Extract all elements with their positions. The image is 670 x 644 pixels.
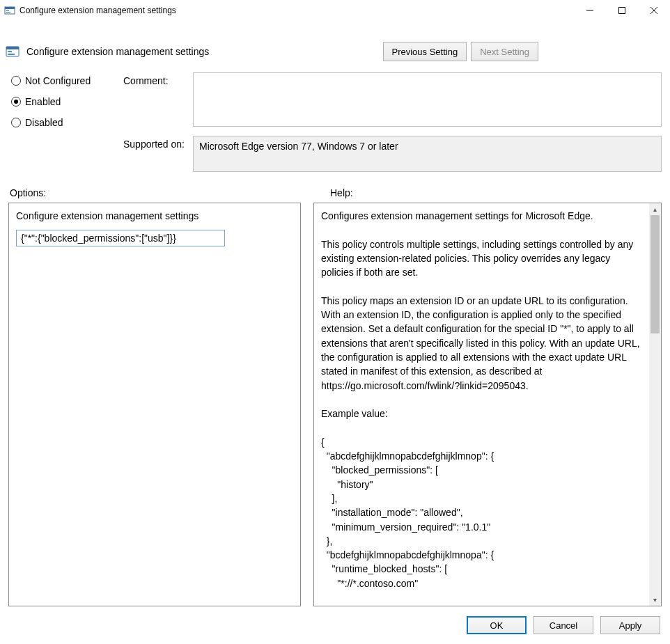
radio-icon xyxy=(11,118,21,127)
options-field-label: Configure extension management settings xyxy=(16,210,293,221)
help-panel: Configures extension management settings… xyxy=(313,203,662,606)
nav-buttons: Previous Setting Next Setting xyxy=(383,42,661,61)
dialog-footer: OK Cancel Apply xyxy=(0,606,670,644)
svg-rect-10 xyxy=(8,51,12,52)
comment-field-wrap xyxy=(193,72,662,129)
policy-icon xyxy=(6,45,20,58)
state-radio-group: Not Configured Enabled Disabled xyxy=(8,72,123,172)
supported-on-label: Supported on: xyxy=(123,129,193,172)
radio-label: Enabled xyxy=(25,96,61,107)
radio-icon xyxy=(11,76,21,86)
policy-editor-window: Configure extension management settings … xyxy=(0,0,670,644)
comment-textarea[interactable] xyxy=(193,72,662,127)
help-scrollbar[interactable]: ▴ ▾ xyxy=(649,203,661,606)
header: Configure extension management settings … xyxy=(0,21,670,68)
comment-label: Comment: xyxy=(123,72,193,129)
svg-rect-3 xyxy=(6,12,10,13)
svg-rect-11 xyxy=(8,54,15,55)
previous-setting-button[interactable]: Previous Setting xyxy=(383,42,467,61)
help-heading: Help: xyxy=(309,187,353,198)
radio-disabled[interactable]: Disabled xyxy=(11,117,123,128)
radio-label: Disabled xyxy=(25,117,63,128)
scroll-thumb[interactable] xyxy=(650,215,660,333)
minimize-button[interactable] xyxy=(574,0,606,21)
titlebar: Configure extension management settings xyxy=(0,0,670,21)
config-grid: Not Configured Enabled Disabled Comment:… xyxy=(0,68,670,172)
panels: Configure extension management settings … xyxy=(0,203,670,606)
options-panel: Configure extension management settings xyxy=(8,203,301,606)
next-setting-button[interactable]: Next Setting xyxy=(471,42,538,61)
scroll-track[interactable] xyxy=(649,215,661,594)
svg-rect-9 xyxy=(6,47,19,49)
window-title: Configure extension management settings xyxy=(20,6,176,15)
supported-on-text: Microsoft Edge version 77, Windows 7 or … xyxy=(193,136,662,172)
scroll-up-icon[interactable]: ▴ xyxy=(649,203,661,215)
help-text: Configures extension management settings… xyxy=(314,203,649,606)
app-icon xyxy=(4,5,15,16)
svg-rect-2 xyxy=(6,10,9,11)
apply-button[interactable]: Apply xyxy=(600,616,660,634)
maximize-button[interactable] xyxy=(606,0,638,21)
policy-title: Configure extension management settings xyxy=(26,46,209,57)
radio-icon xyxy=(11,97,21,107)
close-button[interactable] xyxy=(638,0,670,21)
options-field-input[interactable] xyxy=(16,230,225,246)
supported-on-field-wrap: Microsoft Edge version 77, Windows 7 or … xyxy=(193,129,662,172)
svg-rect-1 xyxy=(5,7,15,9)
cancel-button[interactable]: Cancel xyxy=(533,616,593,634)
svg-rect-5 xyxy=(619,8,625,14)
ok-button[interactable]: OK xyxy=(467,616,527,634)
section-labels: Options: Help: xyxy=(0,172,670,203)
radio-enabled[interactable]: Enabled xyxy=(11,96,123,107)
scroll-down-icon[interactable]: ▾ xyxy=(649,594,661,606)
radio-label: Not Configured xyxy=(25,75,91,86)
options-heading: Options: xyxy=(10,187,309,198)
radio-not-configured[interactable]: Not Configured xyxy=(11,75,123,86)
